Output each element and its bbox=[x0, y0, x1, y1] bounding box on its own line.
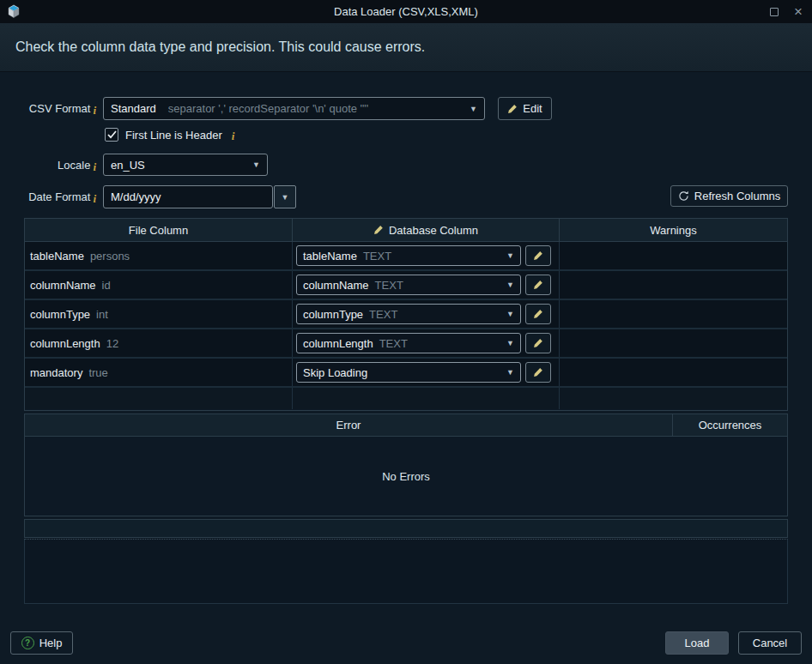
first-line-header-label: First Line is Header bbox=[125, 129, 222, 142]
edit-column-button[interactable] bbox=[525, 245, 551, 266]
refresh-icon bbox=[678, 190, 689, 202]
database-column-cell: Skip Loading ▼ bbox=[293, 359, 560, 386]
header-database-column: Database Column bbox=[293, 219, 560, 241]
csv-format-value: Standard bbox=[111, 102, 156, 115]
pencil-icon bbox=[533, 309, 543, 319]
chevron-down-icon: ▼ bbox=[282, 193, 289, 202]
message-text: Check the column data type and precision… bbox=[15, 39, 425, 55]
column-mapping-table: File Column Database Column Warnings tab… bbox=[24, 218, 788, 411]
date-format-label-wrap: Date Formati bbox=[0, 190, 96, 204]
database-column-cell: columnName TEXT ▼ bbox=[293, 271, 560, 299]
question-circle-icon: ? bbox=[21, 637, 34, 649]
pencil-icon bbox=[507, 104, 518, 114]
edit-column-button[interactable] bbox=[525, 362, 551, 383]
file-column-cell: columnType int bbox=[25, 300, 293, 328]
date-format-value: M/dd/yyyy bbox=[111, 190, 161, 203]
chevron-down-icon: ▼ bbox=[463, 105, 477, 113]
db-column-select[interactable]: Skip Loading ▼ bbox=[296, 362, 521, 383]
date-format-dropdown-button[interactable]: ▼ bbox=[274, 185, 296, 208]
chevron-down-icon: ▼ bbox=[506, 339, 514, 347]
load-button[interactable]: Load bbox=[665, 631, 729, 655]
csv-format-detail: separator ',' recordSeparator '\n' quote… bbox=[168, 102, 368, 115]
warnings-cell bbox=[560, 329, 787, 357]
table-row[interactable]: tableName persons tableName TEXT ▼ bbox=[25, 242, 787, 271]
chevron-down-icon: ▼ bbox=[506, 251, 514, 260]
chevron-down-icon: ▼ bbox=[506, 281, 514, 289]
chevron-down-icon: ▼ bbox=[506, 368, 514, 377]
table-row-empty[interactable] bbox=[25, 388, 787, 409]
empty-header-strip bbox=[24, 519, 788, 538]
warnings-cell bbox=[560, 271, 787, 299]
first-line-header-row: First Line is Header i bbox=[105, 128, 234, 142]
file-column-cell: columnName id bbox=[25, 271, 293, 299]
edit-column-button[interactable] bbox=[525, 304, 551, 324]
header-occurrences: Occurrences bbox=[673, 414, 787, 436]
db-column-select[interactable]: tableName TEXT ▼ bbox=[296, 245, 521, 266]
warnings-cell bbox=[560, 359, 787, 386]
pencil-icon bbox=[533, 338, 543, 348]
pencil-icon bbox=[533, 251, 543, 261]
cancel-button[interactable]: Cancel bbox=[738, 631, 802, 655]
mapping-table-header: File Column Database Column Warnings bbox=[25, 219, 787, 242]
refresh-columns-button[interactable]: Refresh Columns bbox=[670, 185, 788, 207]
db-column-select[interactable]: columnType TEXT ▼ bbox=[296, 304, 521, 324]
locale-label: Locale bbox=[58, 159, 90, 172]
error-table-header: Error Occurrences bbox=[25, 414, 787, 437]
info-icon: i bbox=[93, 160, 96, 173]
locale-select[interactable]: en_US ▼ bbox=[103, 154, 268, 176]
info-icon: i bbox=[93, 192, 96, 205]
checkmark-icon bbox=[107, 130, 117, 139]
database-column-cell: columnLength TEXT ▼ bbox=[293, 329, 560, 357]
edit-column-button[interactable] bbox=[525, 333, 551, 353]
window-controls: × bbox=[767, 0, 805, 23]
window-title: Data Loader (CSV,XLS,XML) bbox=[0, 5, 812, 18]
titlebar: Data Loader (CSV,XLS,XML) × bbox=[0, 0, 812, 23]
csv-format-label-wrap: CSV Formati bbox=[0, 102, 96, 116]
table-row[interactable]: columnLength 12 columnLength TEXT ▼ bbox=[25, 329, 787, 359]
info-icon: i bbox=[93, 104, 96, 117]
maximize-icon[interactable] bbox=[767, 5, 781, 19]
chevron-down-icon: ▼ bbox=[506, 310, 514, 318]
pencil-icon bbox=[373, 225, 384, 235]
csv-format-select[interactable]: Standard separator ',' recordSeparator '… bbox=[103, 97, 485, 120]
message-bar: Check the column data type and precision… bbox=[0, 23, 812, 72]
help-button-label: Help bbox=[39, 637, 63, 649]
error-table: Error Occurrences No Errors bbox=[24, 413, 788, 516]
table-row[interactable]: mandatory true Skip Loading ▼ bbox=[25, 359, 787, 388]
locale-label-wrap: Localei bbox=[0, 159, 96, 172]
locale-value: en_US bbox=[111, 159, 145, 172]
data-loader-dialog: Data Loader (CSV,XLS,XML) × Check the co… bbox=[0, 0, 812, 664]
file-column-cell: columnLength 12 bbox=[25, 329, 293, 357]
date-format-label: Date Format bbox=[28, 190, 90, 203]
no-errors-message: No Errors bbox=[382, 470, 430, 483]
db-column-select[interactable]: columnLength TEXT ▼ bbox=[296, 333, 521, 353]
info-icon: i bbox=[232, 130, 235, 143]
edit-button-label: Edit bbox=[523, 102, 542, 115]
pencil-icon bbox=[533, 367, 543, 377]
error-table-body: No Errors bbox=[25, 437, 787, 516]
csv-format-label: CSV Format bbox=[29, 102, 91, 115]
close-icon[interactable]: × bbox=[791, 5, 805, 19]
chevron-down-icon: ▼ bbox=[245, 160, 260, 169]
warnings-cell bbox=[560, 242, 787, 269]
empty-detail-panel bbox=[24, 539, 788, 604]
refresh-columns-label: Refresh Columns bbox=[694, 190, 780, 202]
file-column-cell: mandatory true bbox=[25, 359, 293, 386]
header-warnings: Warnings bbox=[560, 219, 787, 241]
file-column-cell: tableName persons bbox=[25, 242, 293, 269]
pencil-icon bbox=[533, 280, 543, 290]
database-column-cell: columnType TEXT ▼ bbox=[293, 300, 560, 328]
database-column-cell: tableName TEXT ▼ bbox=[293, 242, 560, 269]
header-error: Error bbox=[25, 414, 673, 436]
first-line-header-checkbox[interactable] bbox=[105, 128, 118, 142]
cancel-button-label: Cancel bbox=[753, 637, 787, 649]
help-button[interactable]: ? Help bbox=[10, 631, 73, 655]
header-file-column: File Column bbox=[25, 219, 293, 241]
warnings-cell bbox=[560, 300, 787, 328]
db-column-select[interactable]: columnName TEXT ▼ bbox=[296, 275, 521, 295]
table-row[interactable]: columnType int columnType TEXT ▼ bbox=[25, 300, 787, 329]
edit-column-button[interactable] bbox=[525, 275, 551, 295]
date-format-input[interactable]: M/dd/yyyy bbox=[103, 185, 273, 208]
edit-button[interactable]: Edit bbox=[498, 97, 552, 120]
table-row[interactable]: columnName id columnName TEXT ▼ bbox=[25, 271, 787, 300]
